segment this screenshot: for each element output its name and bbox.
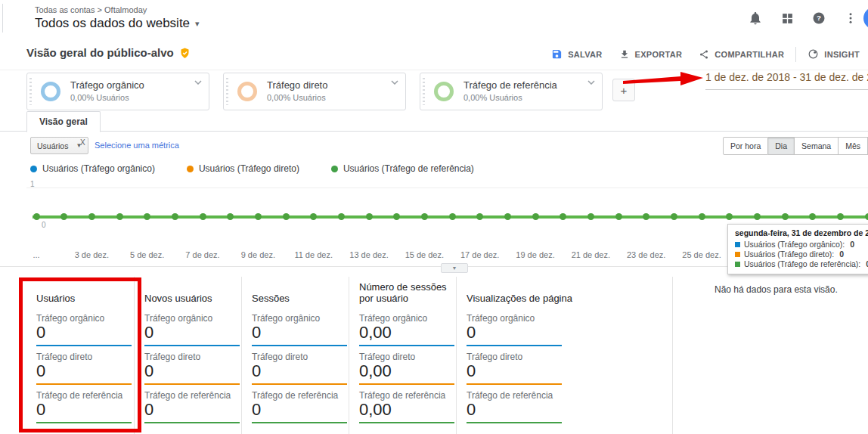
scorecard-title[interactable]: Usuários: [36, 281, 134, 304]
data-point[interactable]: [88, 213, 95, 220]
segment-value: 0,00% Usuários: [267, 93, 326, 102]
tab-overview[interactable]: Visão geral: [26, 111, 101, 132]
save-button[interactable]: SALVAR: [543, 43, 610, 65]
granularity-mês[interactable]: Mês: [839, 137, 868, 155]
x-axis-label: 19 de dez.: [516, 250, 554, 259]
select-metric-link[interactable]: Selecione uma métrica: [95, 141, 179, 150]
chart-tooltip: segunda-feira, 31 de dezembro de 2018 Us…: [727, 224, 868, 274]
data-point[interactable]: [754, 213, 761, 220]
data-point[interactable]: [200, 213, 206, 220]
x-axis-label: 25 de dez.: [682, 250, 721, 259]
data-point[interactable]: [837, 213, 844, 220]
scorecard-group: Tráfego direto0: [36, 352, 134, 385]
chevron-down-icon[interactable]: [391, 80, 398, 85]
tooltip-value: 0: [839, 250, 844, 259]
breadcrumb: Todas as contas > Oftalmoday: [35, 5, 200, 14]
drag-handle-icon[interactable]: [29, 78, 32, 105]
data-point[interactable]: [782, 213, 789, 220]
scorecard-segment-label: Tráfego de referência: [467, 390, 672, 401]
insight-label: INSIGHT: [824, 50, 860, 59]
data-point[interactable]: [671, 213, 677, 220]
add-segment-button[interactable]: +: [612, 79, 635, 101]
legend-item[interactable]: Usuários (Tráfego orgânico): [30, 163, 155, 174]
data-point[interactable]: [310, 213, 317, 220]
data-point[interactable]: [172, 213, 178, 220]
data-point[interactable]: [421, 213, 428, 220]
notifications-bell-icon[interactable]: [748, 11, 763, 26]
data-point[interactable]: [615, 213, 622, 220]
data-point[interactable]: [504, 213, 511, 220]
data-point[interactable]: [643, 213, 649, 220]
export-button[interactable]: EXPORTAR: [611, 44, 691, 65]
avatar[interactable]: [863, 7, 868, 29]
data-point[interactable]: [726, 213, 733, 220]
scorecard-segment-label: Tráfego de referência: [36, 390, 134, 401]
data-point[interactable]: [144, 213, 150, 220]
more-vertical-icon[interactable]: [844, 11, 857, 25]
date-range-selector[interactable]: 1 de dez. de 2018 - 31 de dez. de 2018▾: [705, 70, 868, 90]
scorecard-value: 0,00: [359, 401, 456, 419]
data-point[interactable]: [33, 213, 40, 220]
data-point[interactable]: [476, 213, 483, 220]
scorecard-sparkline: [467, 383, 562, 385]
gridline: [26, 188, 868, 188]
segment-donut-icon: [237, 82, 257, 101]
data-point[interactable]: [366, 213, 373, 220]
segment-card-referral[interactable]: Tráfego de referência 0,00% Usuários: [420, 73, 603, 110]
metric-separator-x[interactable]: X: [80, 138, 85, 147]
scorecard-segment-label: Tráfego orgânico: [359, 313, 456, 324]
scorecard-segment-label: Tráfego orgânico: [467, 313, 672, 324]
drag-handle-icon[interactable]: [423, 78, 425, 105]
save-icon: [551, 48, 563, 60]
save-label: SALVAR: [568, 50, 602, 59]
chevron-down-icon[interactable]: [587, 80, 595, 85]
legend-item[interactable]: Usuários (Tráfego direto): [187, 163, 299, 174]
scorecard-title[interactable]: Sessões: [252, 281, 349, 304]
share-button[interactable]: COMPARTILHAR: [690, 44, 792, 65]
help-icon[interactable]: ?: [812, 11, 826, 25]
data-point[interactable]: [865, 213, 868, 220]
segment-card-direct[interactable]: Tráfego direto 0,00% Usuários: [223, 73, 406, 110]
data-point[interactable]: [587, 213, 594, 220]
data-point[interactable]: [809, 213, 816, 220]
apps-grid-icon[interactable]: [781, 12, 794, 25]
data-point[interactable]: [60, 213, 67, 220]
scorecard-sparkline: [467, 422, 562, 423]
drag-handle-icon[interactable]: [226, 78, 228, 105]
scorecard-value: 0: [36, 362, 134, 380]
data-point[interactable]: [449, 213, 456, 220]
scorecard-title[interactable]: Visualizações de página: [467, 281, 672, 304]
report-title: Visão geral do público-alvo: [26, 46, 174, 59]
data-point[interactable]: [116, 213, 123, 220]
scorecards: UsuáriosTráfego orgânico0Tráfego direto0…: [26, 277, 673, 434]
date-range-text: 1 de dez. de 2018 - 31 de dez. de 2018: [705, 71, 868, 83]
data-point[interactable]: [255, 213, 262, 220]
granularity-semana[interactable]: Semana: [795, 137, 839, 155]
page-title: Todos os dados do website: [35, 16, 190, 31]
scorecard-sparkline: [252, 422, 347, 423]
data-point[interactable]: [699, 213, 705, 220]
data-point[interactable]: [532, 213, 539, 220]
data-point[interactable]: [338, 213, 345, 220]
data-point[interactable]: [227, 213, 234, 220]
scorecard-sparkline: [144, 345, 240, 346]
segment-card-organic[interactable]: Tráfego orgânico 0,00% Usuários: [26, 73, 209, 110]
granularity-dia[interactable]: Dia: [768, 137, 795, 155]
data-point[interactable]: [393, 213, 400, 220]
chevron-down-icon[interactable]: [194, 80, 202, 85]
scorecard-sparkline: [36, 422, 132, 423]
data-point[interactable]: [283, 213, 290, 220]
insight-button[interactable]: INSIGHT: [799, 43, 868, 65]
data-point[interactable]: [560, 213, 566, 220]
scorecard-segment-label: Tráfego direto: [36, 352, 134, 362]
scorecard-sparkline: [144, 383, 240, 385]
scorecard-title[interactable]: Novos usuários: [144, 281, 241, 304]
x-axis-label: 13 de dez.: [349, 250, 388, 259]
granularity-por-hora[interactable]: Por hora: [723, 137, 768, 155]
collapse-chart-button[interactable]: ▼: [441, 263, 468, 273]
legend-dot-icon: [331, 166, 338, 172]
scorecard-column: SessõesTráfego orgânico0Tráfego direto0T…: [241, 277, 349, 434]
account-selector[interactable]: Todas as contas > Oftalmoday Todos os da…: [35, 5, 200, 31]
scorecard-title[interactable]: Número de sessões por usuário: [359, 281, 456, 304]
legend-item[interactable]: Usuários (Tráfego de referência): [331, 163, 474, 174]
